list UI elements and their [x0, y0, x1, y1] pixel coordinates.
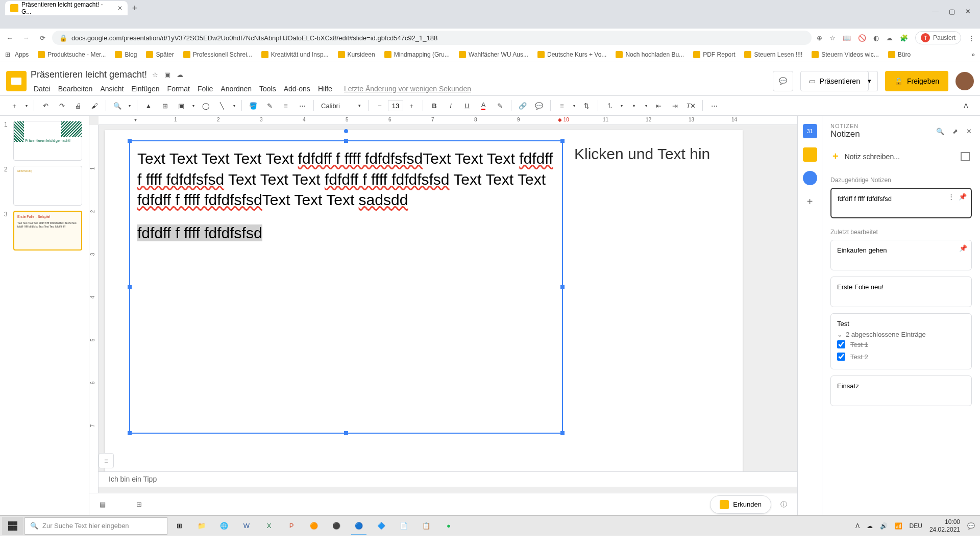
align-dropdown[interactable]: ▾ [571, 104, 577, 108]
powerpoint-icon[interactable]: P [281, 517, 302, 535]
menu-file[interactable]: Datei [31, 84, 54, 94]
profile-pill[interactable]: T Pausiert [915, 31, 961, 44]
bullet-list-button[interactable]: • [627, 98, 641, 113]
app-icon[interactable]: 🟠 [303, 517, 325, 535]
bookmark-item[interactable]: Professionell Schrei... [183, 51, 252, 58]
menu-arrange[interactable]: Anordnen [217, 84, 255, 94]
line-spacing-button[interactable]: ⇅ [579, 98, 594, 113]
resize-handle[interactable] [128, 431, 132, 435]
readmode-icon[interactable]: 📖 [843, 34, 851, 42]
resize-handle[interactable] [344, 139, 348, 143]
fill-color-button[interactable]: 🪣 [246, 98, 260, 113]
bookmark-item[interactable]: Mindmapping (Gru... [384, 51, 450, 58]
numbered-list-button[interactable]: ⒈ [602, 98, 617, 113]
search-icon[interactable]: 🔍 [936, 128, 944, 135]
present-dropdown[interactable]: ▾ [862, 71, 878, 91]
excel-icon[interactable]: X [258, 517, 280, 535]
back-icon[interactable]: ← [5, 34, 14, 42]
task-view-icon[interactable]: ⊞ [168, 517, 190, 535]
more-button[interactable]: ⋯ [707, 98, 721, 113]
word-icon[interactable]: W [236, 517, 257, 535]
app3-icon[interactable]: 📋 [415, 517, 437, 535]
collapse-toolbar-button[interactable]: ᐱ [959, 98, 973, 113]
doc-title[interactable]: Präsentieren leicht gemacht! [31, 69, 147, 80]
font-size-input[interactable] [388, 100, 403, 111]
ext-icon[interactable]: ◐ [873, 34, 879, 42]
zoom-button[interactable]: 🔍 [110, 98, 125, 113]
bookmark-item[interactable]: Büro [888, 51, 911, 58]
text-box-placeholder[interactable]: Klicken und Text hin [574, 145, 710, 163]
menu-insert[interactable]: Einfügen [128, 84, 162, 94]
resize-handle[interactable] [344, 431, 348, 435]
border-weight-button[interactable]: ≡ [279, 98, 293, 113]
note-card-einsatz[interactable]: Einsatz [830, 375, 972, 406]
indent-increase-button[interactable]: ⇥ [668, 98, 682, 113]
present-button[interactable]: ▭ Präsentieren [800, 71, 869, 91]
note-card-related[interactable]: ⋮ 📌 fdfdff f ffff fdfdfsfsd [830, 188, 972, 218]
line-dropdown[interactable]: ▾ [231, 104, 237, 108]
note-card-first[interactable]: Erste Folie neu! [830, 277, 972, 307]
pin-icon[interactable]: 📌 [959, 193, 967, 201]
note-card-shopping[interactable]: 📌 Einkaufen gehen [830, 240, 972, 270]
slide-thumbnail-3[interactable]: Erste Folie - Beispiel Text Text Text Te… [13, 211, 82, 251]
maximize-icon[interactable]: ▢ [949, 8, 955, 15]
resize-handle[interactable] [128, 139, 132, 143]
comment-button[interactable]: 💬 [532, 98, 546, 113]
app2-icon[interactable]: 📄 [393, 517, 414, 535]
shape-tool[interactable]: ◯ [199, 98, 213, 113]
minimize-icon[interactable]: — [932, 8, 939, 15]
new-slide-button[interactable]: + [7, 98, 21, 113]
note-card-test[interactable]: Test ⌄ 2 abgeschlossene Einträge Test 1 … [830, 313, 972, 369]
speaker-notes[interactable]: Ich bin ein Tipp [99, 471, 797, 487]
border-color-button[interactable]: ✎ [262, 98, 277, 113]
bookmark-item[interactable]: Deutsche Kurs + Vo... [537, 51, 606, 58]
slide-thumbnail-2[interactable]: sdlfkfhdkflg [13, 166, 82, 206]
bookmark-item[interactable]: Kreativität und Insp... [261, 51, 329, 58]
menu-format[interactable]: Format [164, 84, 193, 94]
font-size-increase[interactable]: + [404, 98, 419, 113]
text-color-button[interactable]: A [476, 98, 491, 113]
tray-chevron-icon[interactable]: ᐱ [855, 522, 860, 530]
paint-format-button[interactable]: 🖌 [87, 98, 102, 113]
slide-canvas[interactable]: Text Text Text Text Text fdfdff f ffff f… [105, 130, 743, 477]
cloud-icon[interactable]: ☁ [886, 34, 893, 42]
zoom-dropdown[interactable]: ▾ [127, 104, 133, 108]
select-tool[interactable]: ▲ [141, 98, 156, 113]
redo-button[interactable]: ↷ [55, 98, 69, 113]
bookmark-item[interactable]: Steuern Lesen !!!! [744, 51, 802, 58]
language-indicator[interactable]: DEU [910, 522, 922, 530]
textbox-tool[interactable]: ⊞ [158, 98, 172, 113]
resize-handle[interactable] [560, 139, 565, 143]
slide-thumbnail-1[interactable]: Präsentieren leicht gemacht! [13, 121, 82, 161]
border-dash-button[interactable]: ⋯ [295, 98, 309, 113]
bookmark-item[interactable]: Produktsuche - Mer... [38, 51, 106, 58]
more-icon[interactable]: ⋮ [948, 193, 954, 201]
menu-view[interactable]: Ansicht [97, 84, 127, 94]
bookmark-item[interactable]: Kursideen [338, 51, 375, 58]
bookmark-item[interactable]: PDF Report [693, 51, 735, 58]
start-button[interactable] [2, 517, 23, 535]
highlight-button[interactable]: ✎ [493, 98, 507, 113]
edge2-icon[interactable]: 🔷 [371, 517, 392, 535]
bookmark-item[interactable]: Steuern Videos wic... [812, 51, 879, 58]
line-tool[interactable]: ╲ [215, 98, 229, 113]
explorer-icon[interactable]: 📁 [191, 517, 212, 535]
menu-icon[interactable]: ⋮ [968, 34, 975, 42]
edge-icon[interactable]: 🌐 [213, 517, 235, 535]
forward-icon[interactable]: → [21, 34, 31, 42]
star-icon[interactable]: ☆ [829, 34, 836, 42]
wifi-icon[interactable]: 📶 [895, 522, 902, 530]
move-icon[interactable]: ▣ [164, 71, 170, 79]
url-field[interactable]: 🔒 docs.google.com/presentation/d/1yV372S… [52, 31, 812, 45]
bookmark-item[interactable]: Wahlfächer WU Aus... [459, 51, 528, 58]
print-button[interactable]: 🖨 [71, 98, 85, 113]
indent-decrease-button[interactable]: ⇤ [651, 98, 666, 113]
pin-icon[interactable]: 📌 [959, 244, 967, 252]
undo-button[interactable]: ↶ [38, 98, 53, 113]
bookmark-item[interactable]: Später [146, 51, 174, 58]
user-avatar[interactable] [955, 72, 974, 90]
bookmark-apps[interactable]: ⊞Apps [5, 51, 29, 58]
menu-slide[interactable]: Folie [194, 84, 216, 94]
resize-handle[interactable] [560, 431, 565, 435]
new-slide-dropdown[interactable]: ▾ [23, 104, 30, 108]
